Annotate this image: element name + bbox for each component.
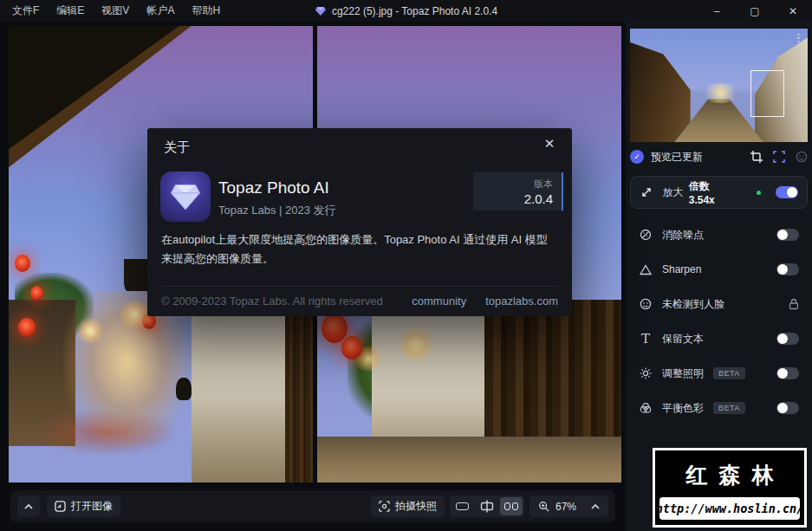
face-icon — [639, 298, 653, 310]
tool-face-recovery[interactable]: 未检测到人脸 — [630, 287, 808, 321]
version-number: 2.0.4 — [524, 191, 553, 206]
snapshot-icon — [379, 501, 390, 512]
lighting-icon — [639, 367, 653, 379]
tool-upscale[interactable]: 放大 倍数 3.54x — [630, 176, 808, 209]
split-view-icon — [480, 500, 494, 513]
close-icon[interactable]: ✕ — [774, 0, 812, 22]
kebab-menu-icon[interactable]: ⋮ — [793, 32, 804, 43]
app-logo-icon — [315, 5, 326, 16]
fullscreen-icon[interactable] — [773, 151, 785, 163]
photo-lantern — [30, 286, 43, 301]
adjust-lighting-toggle[interactable] — [776, 367, 799, 379]
lock-icon — [789, 298, 799, 310]
website-link[interactable]: topazlabs.com — [485, 295, 558, 308]
app-logo — [160, 172, 211, 222]
photo-light-glow — [396, 327, 436, 362]
minimize-icon[interactable]: – — [698, 0, 736, 22]
navigator-thumbnail[interactable]: ⋮ — [630, 29, 808, 142]
preview-status: 预览已更新 — [651, 150, 744, 165]
menu-bar: 文件F 编辑E 视图V 帐户A 帮助H — [0, 2, 227, 20]
menu-file[interactable]: 文件F — [5, 2, 46, 20]
menu-help[interactable]: 帮助H — [185, 2, 227, 20]
preserve-text-toggle[interactable] — [776, 333, 799, 345]
zoom-icon — [538, 501, 549, 512]
preview-status-row: ✓ 预览已更新 — [630, 146, 808, 168]
chevron-up-icon — [24, 504, 33, 509]
watermark-title: 红森林 — [686, 461, 785, 489]
zoom-level: 67% — [555, 501, 576, 513]
side-by-side-icon — [504, 502, 510, 510]
divider — [161, 286, 558, 287]
tool-label: Sharpen — [662, 263, 701, 275]
titlebar: 文件F 编辑E 视图V 帐户A 帮助H cg222 (5).jpg - Topa… — [0, 0, 812, 22]
single-view-icon — [456, 502, 469, 510]
text-icon: T — [639, 331, 653, 346]
side-by-side-icon — [512, 502, 518, 510]
tool-label: 调整照明 — [662, 366, 704, 381]
view-mode-group — [450, 495, 524, 517]
app-window: 文件F 编辑E 视图V 帐户A 帮助H cg222 (5).jpg - Topa… — [0, 0, 812, 531]
photo-lantern — [18, 318, 36, 337]
dialog-title: 关于 — [164, 139, 190, 156]
window-title: cg222 (5).jpg - Topaz Photo AI 2.0.4 — [315, 5, 497, 17]
beta-badge: BETA — [713, 367, 745, 379]
app-name: Topaz Photo AI — [218, 178, 329, 198]
menu-account[interactable]: 帐户A — [140, 2, 181, 20]
viewport-rectangle[interactable] — [750, 70, 784, 117]
diamond-logo-icon — [168, 179, 203, 214]
tools-panel: 放大 倍数 3.54x 消除噪点 — [630, 176, 808, 425]
tool-label: 保留文本 — [662, 332, 704, 346]
window-controls: – ▢ ✕ — [698, 0, 812, 22]
sharpen-toggle[interactable] — [776, 263, 799, 275]
photo-figure — [176, 378, 192, 400]
tool-preserve-text[interactable]: T 保留文本 — [630, 321, 808, 356]
maximize-icon[interactable]: ▢ — [736, 0, 774, 22]
single-view-button[interactable] — [451, 497, 474, 515]
tool-balance-color[interactable]: 平衡色彩 BETA — [630, 391, 808, 425]
tool-label: 平衡色彩 — [662, 401, 704, 416]
photo-street — [317, 437, 621, 482]
tool-adjust-lighting[interactable]: 调整照明 BETA — [630, 356, 808, 391]
watermark-overlay: 红森林 http://www.hoslin.cn/ — [653, 448, 807, 528]
copyright-text: © 2009-2023 Topaz Labs. All rights reser… — [161, 295, 383, 308]
tool-denoise[interactable]: 消除噪点 — [630, 217, 808, 252]
enlarge-icon — [640, 186, 653, 198]
sharpen-icon — [639, 264, 653, 275]
photo-lantern — [15, 255, 30, 272]
bottom-toolbar: 打开图像 拍摄快照 — [10, 490, 615, 522]
beta-badge: BETA — [713, 402, 745, 414]
denoise-icon — [639, 229, 653, 241]
menu-edit[interactable]: 编辑E — [49, 2, 91, 20]
dialog-close-icon[interactable]: ✕ — [541, 135, 558, 152]
upscale-toggle[interactable] — [776, 186, 798, 198]
autopilot-dot — [757, 191, 761, 195]
version-box: 版本 2.0.4 — [473, 172, 563, 210]
menu-view[interactable]: 视图V — [94, 2, 136, 20]
about-dialog: 关于 ✕ Topaz Photo AI Topaz Labs | 2023 发行… — [147, 128, 572, 316]
view-controls: 拍摄快照 — [371, 495, 608, 517]
open-image-icon — [55, 501, 66, 512]
dialog-footer: © 2009-2023 Topaz Labs. All rights reser… — [161, 295, 558, 308]
dialog-description: 在autopilot上最大限度地提高您的图像质量。Topaz Photo AI … — [161, 230, 558, 269]
snapshot-button[interactable]: 拍摄快照 — [371, 495, 445, 517]
publisher: Topaz Labs | 2023 发行 — [218, 203, 336, 218]
community-link[interactable]: community — [412, 295, 466, 308]
tool-sharpen[interactable]: Sharpen — [630, 252, 808, 287]
watermark-url: http://www.hoslin.cn/ — [659, 497, 800, 520]
face-preview-icon[interactable] — [796, 151, 808, 163]
tool-value: 倍数 3.54x — [689, 179, 737, 206]
denoise-toggle[interactable] — [776, 229, 799, 241]
tool-label: 放大 — [663, 185, 684, 200]
collapse-panel-button[interactable] — [17, 495, 40, 517]
split-view-button[interactable] — [476, 497, 498, 515]
balance-color-toggle[interactable] — [776, 402, 799, 414]
color-balance-icon — [639, 402, 653, 414]
tool-label: 未检测到人脸 — [662, 297, 724, 312]
check-icon: ✓ — [630, 150, 644, 164]
zoom-control[interactable]: 67% — [529, 495, 608, 517]
side-by-side-view-button[interactable] — [500, 497, 523, 515]
version-label: 版本 — [534, 178, 553, 191]
tool-label: 消除噪点 — [662, 228, 704, 243]
crop-icon[interactable] — [750, 151, 763, 163]
open-image-button[interactable]: 打开图像 — [47, 495, 120, 517]
